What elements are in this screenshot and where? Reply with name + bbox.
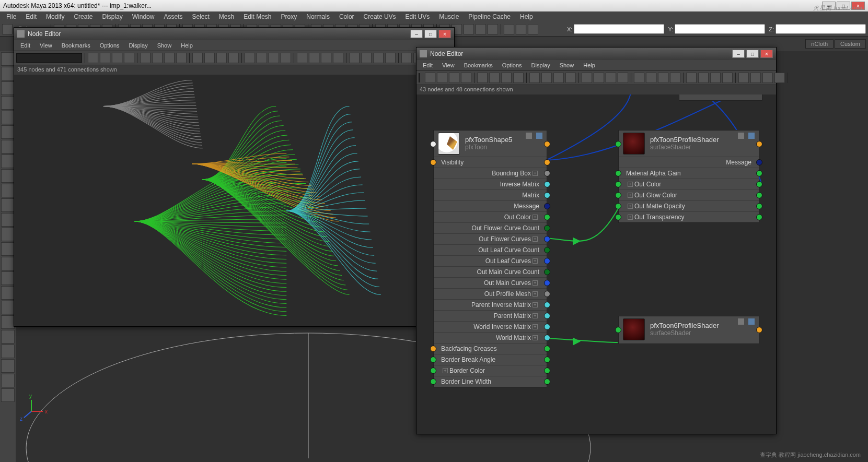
win2-titlebar[interactable]: Node Editor – □ × [416, 48, 776, 60]
expand-icon[interactable] [748, 318, 755, 325]
output-port[interactable] [544, 258, 550, 264]
shelf-tab-custom[interactable]: Custom [835, 39, 866, 49]
pin-icon[interactable] [526, 133, 532, 139]
toolbar-button[interactable] [281, 53, 291, 63]
x-input[interactable] [574, 24, 664, 34]
menu-view[interactable]: View [438, 61, 459, 69]
menu-assets[interactable]: Assets [159, 12, 187, 21]
tool-button[interactable] [1, 286, 15, 300]
toolbar-button[interactable] [670, 73, 680, 83]
attr-out-flower-curves[interactable]: Out Flower Curves+ [434, 233, 547, 244]
toolbar-button[interactable] [216, 53, 227, 63]
output-port[interactable] [544, 335, 550, 341]
toolbar-button[interactable] [464, 24, 474, 34]
node-editor-window-2[interactable]: Node Editor – □ × EditViewBookmarksOptio… [416, 47, 777, 434]
input-port[interactable] [615, 141, 621, 147]
menu-edit-mesh[interactable]: Edit Mesh [239, 12, 275, 21]
output-port[interactable] [544, 378, 550, 385]
output-port[interactable] [544, 280, 550, 286]
toolbar-button[interactable] [152, 53, 163, 63]
attr-out-profile-mesh[interactable]: Out Profile Mesh+ [434, 288, 547, 299]
win1-max[interactable]: □ [424, 30, 437, 38]
input-port[interactable] [430, 368, 436, 374]
attr-bounding-box[interactable]: Bounding Box+ [434, 168, 547, 179]
menu-display[interactable]: Display [125, 41, 152, 50]
output-port[interactable] [544, 141, 550, 147]
expand-icon[interactable] [748, 133, 755, 139]
tool-button[interactable] [1, 213, 15, 227]
output-port[interactable] [756, 203, 762, 209]
menu-show[interactable]: Show [153, 41, 176, 50]
output-port[interactable] [544, 357, 550, 363]
tool-button[interactable] [1, 330, 15, 343]
attr-border-line-width[interactable]: Border Line Width [434, 376, 547, 387]
menu-edit[interactable]: Edit [16, 41, 34, 50]
node-pfxtoon5profileshader[interactable]: pfxToon5ProfileShader surfaceShader Mess… [618, 130, 759, 223]
toolbar-button[interactable] [124, 53, 134, 63]
attr-out-flower-curve-count[interactable]: Out Flower Curve Count [434, 222, 547, 233]
node-editor-window-1[interactable]: Node Editor – □ × EditViewBookmarksOptio… [14, 27, 455, 327]
attr-matrix[interactable]: Matrix [434, 189, 547, 200]
toolbar-button[interactable] [333, 53, 343, 63]
output-port[interactable] [544, 324, 550, 330]
output-port[interactable] [544, 313, 550, 319]
attr-out-leaf-curve-count[interactable]: Out Leaf Curve Count [434, 244, 547, 255]
win1-close[interactable]: × [438, 30, 451, 38]
y-input[interactable] [675, 24, 765, 34]
shelf-tab-ncloth[interactable]: nCloth [805, 39, 834, 49]
attr-out-main-curve-count[interactable]: Out Main Curve Count [434, 266, 547, 277]
toolbar-button[interactable] [192, 53, 203, 63]
tool-button[interactable] [1, 155, 15, 168]
close-button[interactable]: × [851, 2, 865, 10]
menu-file[interactable]: File [2, 12, 20, 21]
output-port[interactable] [544, 368, 550, 374]
toolbar-button[interactable] [140, 53, 151, 63]
max-button[interactable]: □ [837, 2, 850, 10]
node-pfxtoon6profileshader[interactable]: pfxToon6ProfileShader surfaceShader [618, 316, 759, 344]
input-port[interactable] [430, 159, 436, 165]
input-port[interactable] [430, 357, 436, 363]
input-port[interactable] [615, 181, 621, 187]
input-port[interactable] [615, 214, 621, 220]
toolbar-button[interactable] [321, 53, 331, 63]
toolbar-button[interactable] [449, 73, 459, 83]
output-port[interactable] [756, 181, 762, 187]
toolbar-button[interactable] [100, 53, 110, 63]
tool-button[interactable] [1, 315, 15, 329]
node-pfxtoonshape5[interactable]: pfxToonShape5 pfxToon VisibilityBounding… [433, 130, 547, 387]
toolbar-button[interactable] [738, 73, 749, 83]
menu-edit-uvs[interactable]: Edit UVs [401, 12, 434, 21]
output-port[interactable] [756, 141, 762, 147]
menu-select[interactable]: Select [188, 12, 213, 21]
tool-button[interactable] [1, 359, 15, 373]
toolbar-button[interactable] [634, 73, 644, 83]
tool-button[interactable] [1, 242, 15, 256]
output-port[interactable] [544, 181, 550, 187]
toolbar-button[interactable] [476, 24, 486, 34]
toolbar-button[interactable] [385, 53, 396, 63]
toolbar-button[interactable] [774, 73, 785, 83]
menu-help[interactable]: Help [177, 41, 197, 50]
node-hyperlayout[interactable]: hyperLayout [679, 94, 762, 101]
tool-button[interactable] [1, 67, 15, 80]
tool-button[interactable] [1, 140, 15, 153]
toolbar-button[interactable] [762, 73, 773, 83]
pin-icon[interactable] [738, 133, 744, 139]
output-port[interactable] [544, 269, 550, 275]
toolbar-button[interactable] [309, 53, 319, 63]
attr-out-transparency[interactable]: +Out Transparency [619, 211, 759, 222]
toolbar-button[interactable] [710, 73, 721, 83]
tool-button[interactable] [1, 301, 15, 314]
menu-display[interactable]: Display [98, 12, 126, 21]
toolbar-button[interactable] [401, 53, 412, 63]
attr-out-color[interactable]: +Out Color [619, 179, 759, 189]
attr-material-alpha-gain[interactable]: Material Alpha Gain [619, 168, 759, 179]
output-port[interactable] [544, 291, 550, 297]
input-port[interactable] [615, 203, 621, 209]
toolbar-button[interactable] [164, 53, 175, 63]
menu-modify[interactable]: Modify [42, 12, 68, 21]
win2-close[interactable]: × [760, 50, 773, 58]
tool-button[interactable] [1, 228, 15, 241]
output-port[interactable] [544, 214, 550, 220]
output-port[interactable] [544, 236, 550, 242]
